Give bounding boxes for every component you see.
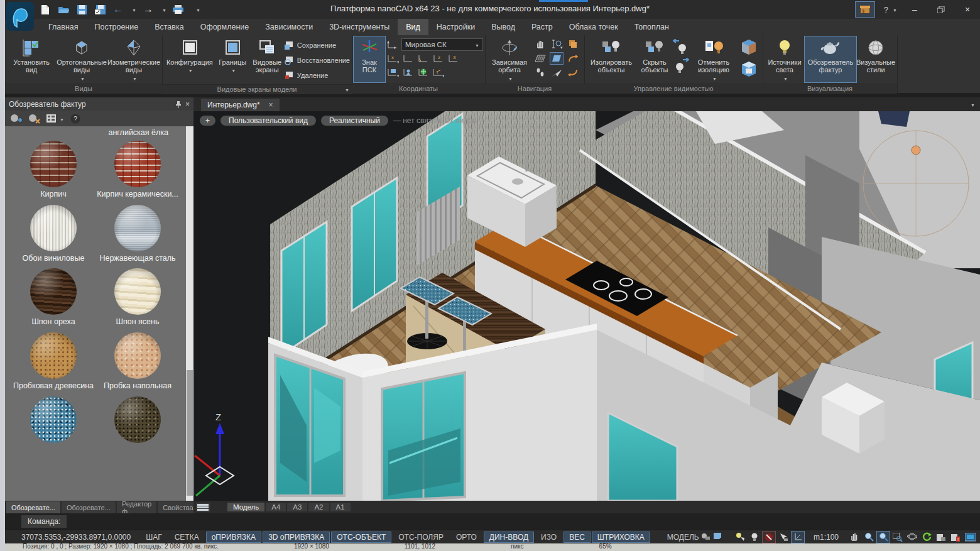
viewport-save-button[interactable]: Сохранение: [285, 38, 350, 53]
view-name-button[interactable]: Пользовательский вид: [220, 116, 316, 126]
store-icon[interactable]: [855, 1, 875, 18]
set-view-button[interactable]: Установить вид: [7, 36, 56, 82]
plane-active-icon[interactable]: [550, 53, 563, 64]
menu-tab[interactable]: Вывод: [483, 19, 523, 35]
material-sphere[interactable]: [114, 332, 161, 379]
command-line[interactable]: Команда:: [0, 513, 980, 530]
status-toggle[interactable]: 3D оПРИВЯЗКА: [263, 532, 330, 543]
material-swatch[interactable]: Пробка напольная: [95, 332, 180, 391]
bulb-forward-icon[interactable]: [673, 58, 689, 74]
bulb-icon[interactable]: [748, 532, 761, 543]
scrollbar-thumb[interactable]: [187, 370, 193, 496]
material-swatch[interactable]: Кирпич: [11, 141, 95, 200]
walk-icon[interactable]: [536, 68, 545, 78]
download-sheet-icon[interactable]: [712, 532, 724, 543]
corner-arrow2-icon[interactable]: [568, 68, 578, 77]
model-viewport[interactable]: Z: [193, 111, 980, 501]
undo-icon[interactable]: ←: [112, 4, 124, 15]
status-toggle[interactable]: ОТС-ОБЪЕКТ: [331, 532, 391, 543]
layout-list-icon[interactable]: [196, 503, 210, 512]
material-sphere[interactable]: [114, 205, 161, 251]
menu-tab[interactable]: Построение: [87, 19, 147, 35]
status-toggle[interactable]: оПРИВЯЗКА: [206, 532, 261, 543]
fly-icon[interactable]: [551, 68, 562, 77]
close-tab-icon[interactable]: ×: [269, 101, 273, 109]
ucs-world2-icon[interactable]: [417, 68, 428, 77]
menu-tab[interactable]: Вид: [398, 19, 428, 35]
hide-objects-button[interactable]: Скрыть объекты: [636, 36, 673, 82]
status-toggle[interactable]: СЕТКА: [169, 532, 205, 543]
command-prompt[interactable]: Команда:: [21, 515, 67, 528]
status-toggle[interactable]: ДИН-ВВОД: [484, 532, 534, 543]
tab-list-icon[interactable]: [969, 100, 975, 109]
print-icon[interactable]: [172, 4, 185, 15]
viewport-screens-button[interactable]: Видовые экраны: [250, 36, 285, 82]
redo-history-icon[interactable]: [160, 5, 166, 14]
menu-tab[interactable]: Настройки: [428, 19, 483, 35]
close-panel-icon[interactable]: ×: [185, 100, 190, 109]
scale-indicator[interactable]: m1:100: [814, 533, 839, 542]
ucs-prev-icon[interactable]: ▾: [432, 68, 444, 77]
panel-tab[interactable]: Редактор ф...: [117, 501, 156, 513]
sheets-icon[interactable]: [568, 39, 578, 49]
help-icon[interactable]: ?: [884, 5, 888, 14]
isolate-objects-button[interactable]: Изолировать объекты: [586, 36, 636, 82]
nanocad-logo-icon[interactable]: [6, 2, 34, 31]
bulb-back-icon[interactable]: [673, 39, 689, 55]
select-cursor-icon[interactable]: [777, 532, 790, 543]
menu-tab[interactable]: Облака точек: [561, 19, 626, 35]
menu-tab[interactable]: Оформление: [192, 19, 258, 35]
locked-sheet-icon[interactable]: [935, 532, 947, 543]
save-as-icon[interactable]: [94, 4, 106, 15]
menu-tab[interactable]: Вставка: [146, 19, 192, 35]
material-swatch[interactable]: Нержавеющая сталь: [95, 205, 180, 264]
material-swatch[interactable]: Обои виниловые: [11, 205, 95, 264]
material-sphere[interactable]: [30, 268, 77, 315]
menu-tab[interactable]: Главная: [40, 19, 87, 35]
restore-button[interactable]: [932, 6, 950, 13]
menu-tab[interactable]: Зависимости: [257, 19, 321, 35]
help-menu[interactable]: ?: [884, 5, 897, 14]
menu-tab[interactable]: Растр: [523, 19, 561, 35]
light-sources-button[interactable]: Источники света: [765, 36, 805, 82]
viewport-restore-button[interactable]: Восстановление: [285, 53, 350, 68]
orbit-icon[interactable]: [906, 532, 918, 543]
corner-arrow-icon[interactable]: [568, 54, 578, 63]
material-swatch[interactable]: Пробковая древесина: [11, 332, 95, 391]
material-sphere[interactable]: [114, 396, 161, 443]
panel-tab[interactable]: Обозревате...: [6, 501, 60, 513]
ucs-z-icon[interactable]: z: [432, 54, 444, 63]
layout-tab[interactable]: A4: [266, 503, 286, 511]
chevron-down-icon[interactable]: [343, 85, 349, 95]
fullscreen-icon[interactable]: [964, 532, 976, 543]
new-file-icon[interactable]: [39, 4, 52, 15]
pan-hand-icon[interactable]: [535, 39, 545, 49]
viewport-borders-button[interactable]: Границы: [215, 36, 250, 82]
ucs-angle-icon[interactable]: [417, 54, 428, 63]
ucs-select[interactable]: Мировая СК: [401, 38, 483, 51]
close-button[interactable]: ×: [959, 4, 976, 14]
panel-tab[interactable]: Обозревате...: [62, 501, 116, 513]
ortho-views-button[interactable]: Ортогональные виды: [56, 36, 107, 82]
menu-tab[interactable]: Топоплан: [626, 19, 677, 35]
view-mode-button[interactable]: [46, 114, 64, 123]
add-view-button[interactable]: +: [200, 116, 215, 126]
visual-style-button[interactable]: Реалистичный: [321, 116, 388, 126]
chevron-down-icon[interactable]: [891, 5, 897, 14]
status-toggle[interactable]: ВЕС: [564, 532, 591, 543]
layout-tab[interactable]: Модель: [227, 503, 264, 511]
material-sphere[interactable]: [30, 205, 77, 251]
layout-tab[interactable]: A1: [330, 503, 351, 511]
material-list[interactable]: английская ёлка Кирпич Кирпич керамическ…: [5, 126, 193, 501]
grid-plane-icon[interactable]: [535, 54, 546, 63]
ucs-entity-icon[interactable]: [402, 68, 413, 77]
ucs-3point-icon[interactable]: 3: [447, 54, 459, 63]
zoom-window-icon[interactable]: [877, 532, 890, 543]
open-file-icon[interactable]: [57, 4, 70, 15]
material-swatch[interactable]: Шпон ореха: [11, 268, 95, 327]
drawing-tab[interactable]: Интерьер.dwg*×: [201, 99, 280, 111]
pan-icon[interactable]: [848, 532, 861, 543]
ucs-view-icon[interactable]: ▾: [386, 68, 399, 77]
status-toggle[interactable]: ОТС-ПОЛЯР: [393, 532, 449, 543]
iso-views-button[interactable]: Изометрические виды: [107, 36, 160, 82]
